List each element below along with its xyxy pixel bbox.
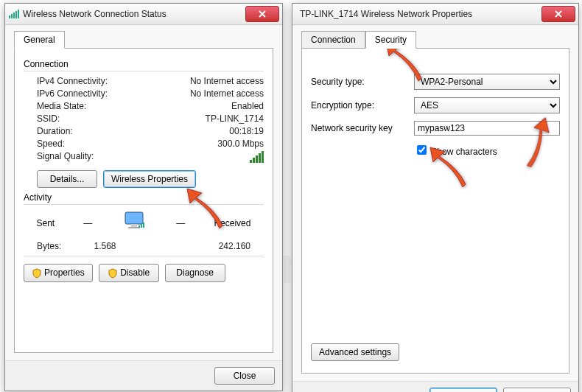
wireless-properties-button[interactable]: Wireless Properties xyxy=(103,170,196,188)
ipv6-label: IPv6 Connectivity: xyxy=(37,88,108,99)
svg-rect-7 xyxy=(128,227,140,228)
status-titlebar: Wireless Network Connection Status xyxy=(5,4,282,25)
svg-rect-6 xyxy=(131,224,137,227)
wifi-icon xyxy=(8,8,20,20)
received-label: Received xyxy=(214,218,250,228)
svg-rect-8 xyxy=(139,225,140,228)
status-title: Wireless Network Connection Status xyxy=(23,9,245,19)
ipv6-value: No Internet access xyxy=(190,88,264,99)
security-type-label: Security type: xyxy=(311,77,414,87)
security-key-label: Network security key xyxy=(311,123,414,133)
diagnose-button[interactable]: Diagnose xyxy=(165,264,225,282)
activity-icon xyxy=(121,211,147,235)
svg-rect-3 xyxy=(15,11,17,18)
bytes-recv: 242.160 xyxy=(164,241,250,251)
svg-rect-0 xyxy=(9,15,10,18)
disable-button[interactable]: Disable xyxy=(99,264,159,282)
details-button[interactable]: Details... xyxy=(37,170,97,188)
advanced-settings-button[interactable]: Advanced settings xyxy=(311,343,399,361)
close-icon xyxy=(259,10,266,18)
ok-button[interactable]: OK xyxy=(430,388,497,392)
speed-label: Speed: xyxy=(37,139,65,149)
svg-rect-10 xyxy=(143,223,144,228)
svg-rect-9 xyxy=(141,224,142,228)
signal-bars-icon xyxy=(250,151,264,163)
speed-value: 300.0 Mbps xyxy=(217,139,264,149)
signal-label: Signal Quality: xyxy=(37,151,94,163)
duration-value: 00:18:19 xyxy=(229,126,264,136)
show-characters-checkbox[interactable] xyxy=(417,145,427,155)
tab-connection[interactable]: Connection xyxy=(301,31,365,49)
close-icon xyxy=(555,10,562,18)
tab-general[interactable]: General xyxy=(14,31,65,49)
security-key-input[interactable] xyxy=(414,121,560,136)
security-type-select[interactable]: WPA2-Personal xyxy=(414,74,560,90)
bytes-sent: 1.568 xyxy=(61,241,148,251)
shield-icon xyxy=(32,268,42,279)
encryption-type-select[interactable]: AES xyxy=(414,97,560,113)
shield-icon xyxy=(108,268,118,279)
close-dialog-button[interactable]: Close xyxy=(214,367,275,385)
sent-label: Sent xyxy=(37,218,55,228)
activity-group-label: Activity xyxy=(24,192,264,203)
properties-dialog: TP-LINK_1714 Wireless Network Properties… xyxy=(292,3,579,392)
svg-rect-5 xyxy=(125,212,143,224)
ssid-value: TP-LINK_1714 xyxy=(206,113,264,124)
connection-group-label: Connection xyxy=(24,59,264,69)
bytes-label: Bytes: xyxy=(37,241,61,251)
cancel-button[interactable]: Cancel xyxy=(503,388,571,392)
properties-title: TP-LINK_1714 Wireless Network Properties xyxy=(295,9,541,19)
media-value: Enabled xyxy=(231,101,264,111)
properties-titlebar: TP-LINK_1714 Wireless Network Properties xyxy=(292,4,578,25)
show-characters-label[interactable]: Show characters xyxy=(414,147,497,157)
duration-label: Duration: xyxy=(37,126,73,136)
svg-rect-1 xyxy=(11,14,13,18)
close-button[interactable] xyxy=(245,6,279,22)
ssid-label: SSID: xyxy=(37,113,60,124)
status-dialog: Wireless Network Connection Status Gener… xyxy=(4,3,283,391)
ipv4-label: IPv4 Connectivity: xyxy=(37,76,108,86)
ipv4-value: No Internet access xyxy=(190,76,264,86)
svg-rect-4 xyxy=(18,10,19,18)
close-button[interactable] xyxy=(541,6,575,22)
properties-button[interactable]: Properties xyxy=(24,264,93,282)
svg-rect-2 xyxy=(13,13,15,18)
tab-security[interactable]: Security xyxy=(365,31,416,49)
media-label: Media State: xyxy=(37,101,86,111)
encryption-type-label: Encryption type: xyxy=(311,100,414,111)
